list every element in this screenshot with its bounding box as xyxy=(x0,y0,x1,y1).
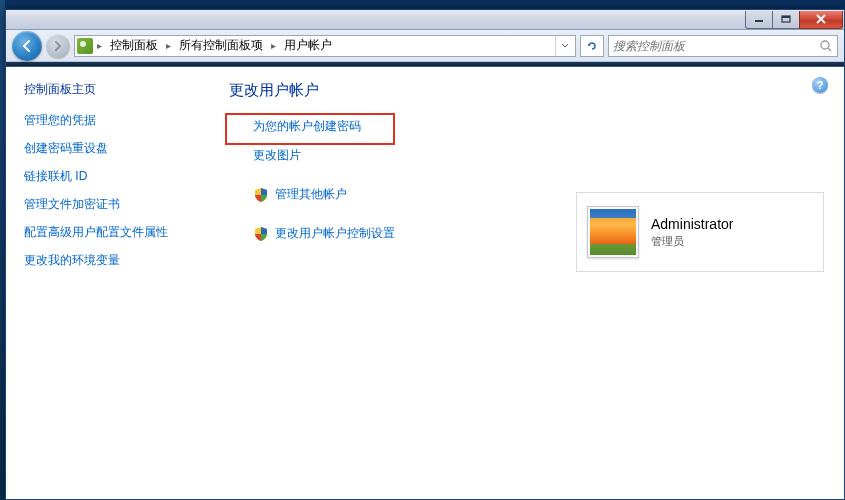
sidebar-link-env-vars[interactable]: 更改我的环境变量 xyxy=(24,252,199,269)
close-button[interactable] xyxy=(799,11,843,29)
chevron-right-icon: ▸ xyxy=(166,40,171,51)
help-icon[interactable]: ? xyxy=(812,77,828,93)
sidebar-link-encryption-cert[interactable]: 管理文件加密证书 xyxy=(24,196,199,213)
task-change-picture[interactable]: 更改图片 xyxy=(253,147,826,164)
breadcrumb-item[interactable]: 用户帐户 xyxy=(280,35,336,56)
svg-line-4 xyxy=(828,48,831,51)
nav-back-button[interactable] xyxy=(12,31,42,61)
svg-rect-0 xyxy=(755,20,763,22)
avatar[interactable] xyxy=(587,206,639,258)
chevron-right-icon: ▸ xyxy=(271,40,276,51)
svg-point-3 xyxy=(821,41,829,49)
control-panel-icon xyxy=(77,38,93,54)
refresh-button[interactable] xyxy=(580,35,604,57)
address-dropdown-button[interactable] xyxy=(555,36,573,56)
sidebar-link-online-id[interactable]: 链接联机 ID xyxy=(24,168,199,185)
search-input[interactable] xyxy=(613,39,819,53)
search-box[interactable] xyxy=(608,35,838,57)
minimize-button[interactable] xyxy=(745,11,773,29)
control-panel-window: ▸ 控制面板 ▸ 所有控制面板项 ▸ 用户帐户 控制面板主页 管理您的凭据 创建… xyxy=(5,9,845,500)
account-role-label: 管理员 xyxy=(651,234,733,249)
breadcrumb-item[interactable]: 所有控制面板项 xyxy=(175,35,267,56)
sidebar-link-credentials[interactable]: 管理您的凭据 xyxy=(24,112,199,129)
search-icon xyxy=(819,39,833,53)
maximize-button[interactable] xyxy=(772,11,800,29)
task-uac-settings[interactable]: 更改用户帐户控制设置 xyxy=(275,225,395,242)
svg-rect-2 xyxy=(782,16,790,18)
main-panel: ? 更改用户帐户 为您的帐户创建密码 更改图片 管理其他帐户 xyxy=(211,67,844,499)
address-toolbar: ▸ 控制面板 ▸ 所有控制面板项 ▸ 用户帐户 xyxy=(6,30,844,62)
task-manage-accounts[interactable]: 管理其他帐户 xyxy=(275,186,347,203)
sidebar-link-password-reset-disk[interactable]: 创建密码重设盘 xyxy=(24,140,199,157)
account-name-label: Administrator xyxy=(651,216,733,232)
account-summary-card: Administrator 管理员 xyxy=(576,192,824,272)
content-area: 控制面板主页 管理您的凭据 创建密码重设盘 链接联机 ID 管理文件加密证书 配… xyxy=(6,67,844,499)
address-bar[interactable]: ▸ 控制面板 ▸ 所有控制面板项 ▸ 用户帐户 xyxy=(74,35,576,57)
task-create-password[interactable]: 为您的帐户创建密码 xyxy=(253,118,826,135)
breadcrumb-item[interactable]: 控制面板 xyxy=(106,35,162,56)
sidebar: 控制面板主页 管理您的凭据 创建密码重设盘 链接联机 ID 管理文件加密证书 配… xyxy=(6,67,211,499)
page-title: 更改用户帐户 xyxy=(229,81,826,100)
uac-shield-icon xyxy=(253,187,269,203)
uac-shield-icon xyxy=(253,226,269,242)
sidebar-title: 控制面板主页 xyxy=(24,81,199,98)
avatar-image xyxy=(590,209,636,255)
chevron-right-icon: ▸ xyxy=(97,40,102,51)
window-titlebar[interactable] xyxy=(6,10,844,30)
nav-forward-button[interactable] xyxy=(46,34,70,58)
sidebar-link-advanced-profile[interactable]: 配置高级用户配置文件属性 xyxy=(24,224,199,241)
